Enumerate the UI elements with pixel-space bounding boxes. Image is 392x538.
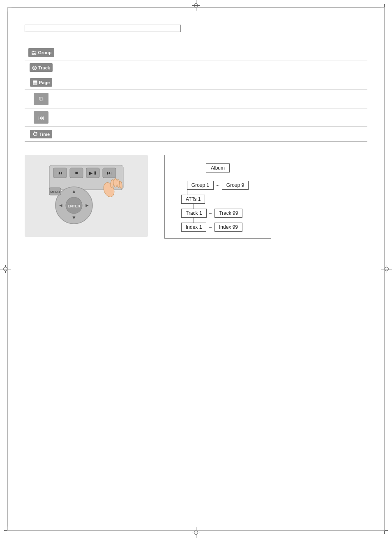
atts-node: ATTs 1 bbox=[181, 195, 205, 204]
group-tilde: ~ bbox=[216, 182, 219, 189]
icon-table: 🗂 Group ◎ Track bbox=[25, 45, 367, 142]
icon-cell-prev: ⏮ bbox=[25, 108, 58, 127]
icon-cell-group: 🗂 Group bbox=[25, 45, 58, 60]
icon-cell-track: ◎ Track bbox=[25, 60, 58, 75]
reg-mark-bottom bbox=[192, 527, 200, 538]
table-row: ▤ Page bbox=[25, 75, 367, 90]
reg-mark-right bbox=[381, 265, 392, 273]
time-clock-icon: ⏱ bbox=[32, 131, 38, 137]
svg-text:MENU: MENU bbox=[50, 190, 60, 194]
desc-cell-page bbox=[58, 75, 367, 90]
table-row: ⧉ bbox=[25, 90, 367, 108]
index99-node: Index 99 bbox=[214, 223, 242, 232]
title-box bbox=[25, 25, 181, 32]
svg-point-11 bbox=[114, 178, 117, 187]
icon-cell-copy: ⧉ bbox=[25, 90, 58, 108]
table-row: 🗂 Group bbox=[25, 45, 367, 60]
remote-svg: ⏮ ■ ▶⏸ ⏭ bbox=[41, 163, 131, 229]
time-label: Time bbox=[39, 132, 50, 137]
index1-node: Index 1 bbox=[181, 223, 206, 232]
page-doc-icon: ▤ bbox=[32, 79, 37, 85]
index-tilde: ~ bbox=[209, 224, 212, 230]
content-area: 🗂 Group ◎ Track bbox=[25, 25, 367, 513]
icon-cell-time: ⏱ Time bbox=[25, 127, 58, 142]
svg-text:■: ■ bbox=[75, 170, 78, 176]
page-border-bottom bbox=[7, 530, 385, 531]
track-tilde: ~ bbox=[209, 210, 212, 216]
copy-icon: ⧉ bbox=[39, 95, 44, 103]
desc-cell-prev bbox=[58, 108, 367, 127]
icon-cell-page: ▤ Page bbox=[25, 75, 58, 90]
track1-node: Track 1 bbox=[181, 209, 207, 218]
page-border-right bbox=[384, 7, 385, 531]
svg-text:⏮: ⏮ bbox=[58, 170, 62, 176]
desc-cell-time bbox=[58, 127, 367, 142]
album-node: Album bbox=[206, 163, 230, 172]
track-circle-icon: ◎ bbox=[32, 64, 37, 71]
desc-cell-group bbox=[58, 45, 367, 60]
svg-text:⏭: ⏭ bbox=[107, 170, 112, 176]
table-row: ⏱ Time bbox=[25, 127, 367, 142]
svg-text:►: ► bbox=[85, 202, 90, 208]
svg-text:▼: ▼ bbox=[71, 215, 76, 221]
desc-cell-track bbox=[58, 60, 367, 75]
corner-mark-tl bbox=[4, 4, 12, 11]
group-folder-icon: 🗂 bbox=[31, 49, 37, 56]
reg-mark-left bbox=[0, 265, 11, 273]
svg-text:◄: ◄ bbox=[58, 202, 63, 208]
track-label: Track bbox=[38, 65, 50, 70]
prev-track-icon: ⏮ bbox=[38, 114, 44, 121]
table-row: ⏮ bbox=[25, 108, 367, 127]
group-label: Group bbox=[38, 50, 52, 55]
remote-container: ⏮ ■ ▶⏸ ⏭ bbox=[25, 155, 148, 237]
menu-button: MENU bbox=[49, 188, 61, 195]
table-row: ◎ Track bbox=[25, 60, 367, 75]
lower-section: ⏮ ■ ▶⏸ ⏭ bbox=[25, 155, 367, 239]
group1-node: Group 1 bbox=[187, 181, 214, 190]
svg-text:ENTER: ENTER bbox=[68, 204, 81, 208]
svg-text:▶⏸: ▶⏸ bbox=[89, 170, 97, 175]
page-border-top bbox=[7, 7, 385, 8]
track99-node: Track 99 bbox=[214, 209, 242, 218]
hierarchy-box: Album Group 1 ~ Group 9 ATTs 1 bbox=[164, 155, 271, 239]
page-label: Page bbox=[39, 80, 50, 85]
page-border-left bbox=[7, 7, 8, 531]
desc-cell-copy bbox=[58, 90, 367, 108]
svg-text:▲: ▲ bbox=[71, 189, 76, 194]
group9-node: Group 9 bbox=[222, 181, 249, 190]
reg-mark-top bbox=[192, 0, 200, 11]
